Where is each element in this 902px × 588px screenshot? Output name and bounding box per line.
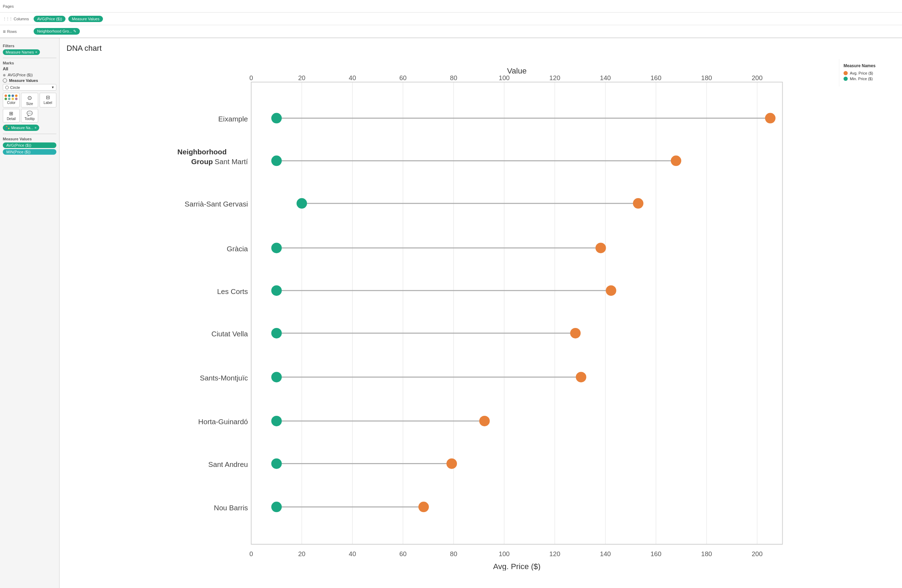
avg-dot-eixample — [765, 113, 775, 124]
svg-text:180: 180 — [701, 74, 712, 81]
marks-title: Marks — [3, 61, 56, 65]
svg-point-0 — [6, 126, 7, 127]
svg-text:140: 140 — [600, 550, 611, 558]
row-label-lescorts: Les Corts — [217, 287, 248, 296]
size-button[interactable]: ⊙ Size — [21, 93, 38, 108]
avg-dot-gracia — [596, 242, 606, 253]
pages-label: Pages — [3, 4, 31, 8]
color-button[interactable]: Color — [3, 93, 20, 108]
chart-container: Value 0 20 40 60 80 100 — [60, 56, 902, 588]
columns-icon: ⋮⋮⋮ — [3, 17, 12, 21]
rows-pills-row: ≡ Rows Neighborhood Gro... ✎ — [0, 25, 902, 38]
svg-text:200: 200 — [752, 74, 763, 81]
svg-text:60: 60 — [399, 550, 407, 558]
avg-dot-lescorts — [606, 285, 616, 296]
color-dots-icon — [5, 94, 18, 100]
marks-buttons-group: Color ⊙ Size ⊟ Label ⊞ Detail 💬 Tooltip — [3, 93, 56, 122]
color-dots-mini — [6, 125, 10, 130]
svg-text:160: 160 — [651, 74, 661, 81]
size-icon: ⊙ — [27, 94, 32, 101]
dna-chart-svg: Value 0 20 40 60 80 100 — [67, 59, 895, 571]
legend-item-min: Min. Price ($) — [844, 77, 898, 81]
svg-text:20: 20 — [298, 74, 305, 81]
svg-point-3 — [8, 128, 9, 129]
x-axis-bottom-label: Avg. Price ($) — [493, 562, 541, 571]
filter-icon: ≡ — [35, 50, 37, 54]
circle-icon — [3, 78, 7, 83]
chart-title: DNA chart — [60, 38, 902, 56]
svg-text:200: 200 — [752, 550, 763, 558]
row-label-gracia: Gràcia — [227, 245, 248, 253]
x-axis-top: 0 20 40 60 80 100 120 140 — [249, 74, 763, 544]
legend-dot-avg — [844, 71, 848, 75]
min-price-mv-pill[interactable]: MIN(Price ($)) — [3, 149, 56, 155]
min-dot-gracia — [271, 242, 282, 253]
legend-item-avg: Avg. Price ($) — [844, 71, 898, 75]
label-icon: ⊟ — [46, 94, 50, 100]
measure-na-label: Measure Na... — [11, 126, 33, 130]
circle-label: Circle — [10, 85, 20, 89]
legend-title: Measure Names — [844, 63, 898, 68]
detail-icon: ⊞ — [9, 111, 13, 116]
dropdown-arrow: ▾ — [52, 85, 54, 89]
measure-values-marks-item: Measure Values — [3, 78, 56, 83]
min-dot-sarria — [297, 198, 307, 209]
svg-text:180: 180 — [701, 550, 712, 558]
row-label-noubarris: Nou Barris — [214, 504, 248, 512]
min-dot-sants — [271, 372, 282, 382]
y-axis-label2: Group — [191, 158, 213, 166]
avg-dot-santandreu — [446, 458, 457, 469]
divider1 — [3, 58, 56, 58]
measure-values-pill[interactable]: Measure Values — [68, 16, 103, 22]
svg-text:60: 60 — [399, 74, 407, 81]
min-dot-noubarris — [271, 502, 282, 512]
avg-price-pill[interactable]: AVG(Price ($)) — [34, 16, 66, 22]
detail-button[interactable]: ⊞ Detail — [3, 109, 20, 122]
svg-point-1 — [8, 126, 9, 127]
svg-text:120: 120 — [550, 74, 560, 81]
measure-values-label: Measure Values — [9, 78, 38, 83]
label-label: Label — [44, 101, 52, 105]
filters-title: Filters — [3, 44, 56, 48]
label-button[interactable]: ⊟ Label — [39, 93, 56, 108]
svg-text:100: 100 — [499, 550, 509, 558]
pages-text: Pages — [3, 4, 14, 8]
svg-text:20: 20 — [298, 550, 305, 558]
measure-na-filter-icon: ≡ — [34, 126, 36, 130]
min-dot-horta — [271, 416, 282, 426]
x-axis-top-label: Value — [507, 67, 527, 75]
tooltip-button[interactable]: 💬 Tooltip — [21, 109, 38, 122]
avg-price-label: AVG(Price ($)) — [8, 73, 33, 77]
svg-text:160: 160 — [651, 550, 661, 558]
svg-text:140: 140 — [600, 74, 611, 81]
avg-dot-sants — [576, 372, 586, 382]
legend-panel: Measure Names Avg. Price ($) Min. Price … — [839, 59, 902, 86]
row-label-sants: Sants-Montjuïc — [200, 374, 248, 382]
svg-text:40: 40 — [349, 550, 356, 558]
sidebar: Filters Measure Names ≡ Marks All ⊕ AVG(… — [0, 38, 60, 588]
row-label-santmarti: Sant Martí — [215, 158, 248, 166]
svg-text:0: 0 — [249, 550, 253, 558]
avg-price-mv-pill[interactable]: AVG(Price ($)) — [3, 142, 56, 148]
x-axis-bottom: 0 20 40 60 80 100 120 140 160 180 200 — [249, 550, 763, 558]
measure-na-pill[interactable]: Measure Na... ≡ — [3, 125, 39, 131]
legend-dot-min — [844, 77, 848, 81]
svg-text:80: 80 — [450, 74, 457, 81]
circle-dropdown-icon — [5, 86, 9, 89]
chart-border — [251, 82, 782, 544]
min-dot-ciutatvella — [271, 328, 282, 338]
tooltip-icon: 💬 — [27, 111, 33, 116]
svg-text:0: 0 — [249, 74, 253, 81]
avg-dot-ciutatvella — [570, 328, 581, 338]
neighborhood-gro-pill[interactable]: Neighborhood Gro... ✎ — [34, 28, 80, 34]
svg-point-2 — [6, 128, 7, 129]
svg-text:100: 100 — [499, 74, 509, 81]
avg-dot-sarria — [633, 198, 644, 209]
circle-dropdown[interactable]: Circle ▾ — [3, 84, 56, 91]
columns-pills-row: ⋮⋮⋮ Columns AVG(Price ($)) Measure Value… — [0, 13, 902, 25]
legend-label-avg: Avg. Price ($) — [850, 71, 873, 75]
row-label-santandreu: Sant Andreu — [208, 460, 248, 468]
min-dot-santandreu — [271, 458, 282, 469]
avg-dot-horta — [479, 416, 490, 426]
measure-names-filter-pill[interactable]: Measure Names ≡ — [3, 49, 40, 55]
